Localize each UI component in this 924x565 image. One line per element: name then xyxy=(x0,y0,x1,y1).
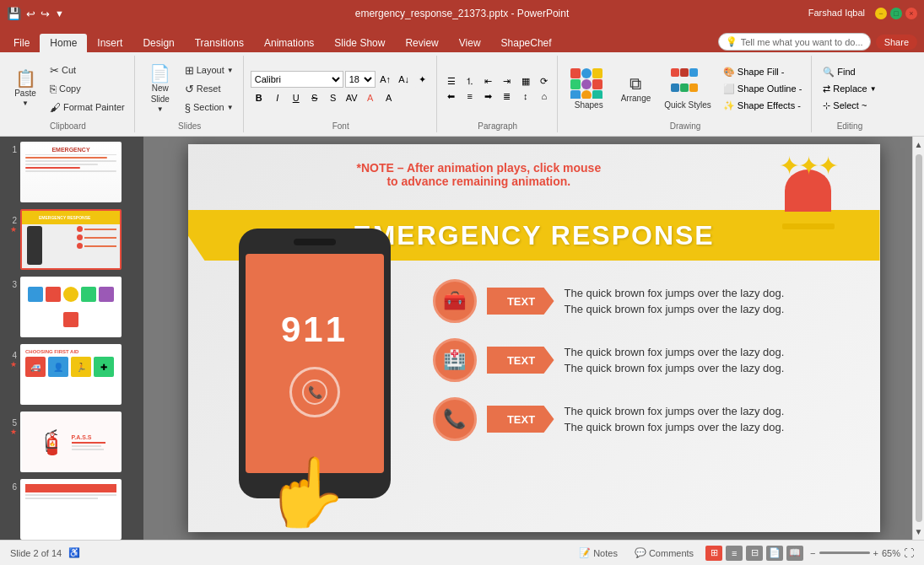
reading-view-button[interactable]: 📖 xyxy=(786,546,803,561)
decrease-indent-button[interactable]: ⇤ xyxy=(481,74,496,88)
numbering-button[interactable]: ⒈ xyxy=(462,74,478,88)
slide-thumb-6[interactable]: 6 xyxy=(3,477,140,540)
line-spacing-button[interactable]: ↕ xyxy=(518,89,533,103)
scroll-thumb[interactable] xyxy=(916,154,922,522)
view-icons: ⊞ ≡ ⊟ 📄 📖 xyxy=(705,546,803,561)
minimize-button[interactable]: − xyxy=(875,8,887,19)
text-direction-button[interactable]: ⟳ xyxy=(537,74,552,88)
arrow-shape-3: TEXT xyxy=(487,406,554,433)
font-increase-button[interactable]: A↑ xyxy=(377,71,394,88)
slide-thumbnail-6 xyxy=(20,479,122,540)
zoom-out-icon[interactable]: − xyxy=(810,548,815,558)
slide-thumb-5[interactable]: 5 ★ 🧯 P.A.S.S xyxy=(3,410,140,474)
align-left-button[interactable]: ⬅ xyxy=(444,89,459,103)
shadow-button[interactable]: S xyxy=(325,89,342,106)
comments-button[interactable]: 💬 Comments xyxy=(630,546,699,560)
paste-button[interactable]: 📋 Paste ▼ xyxy=(7,67,44,110)
save-icon[interactable]: 💾 xyxy=(7,7,21,20)
strikethrough-button[interactable]: S xyxy=(306,89,323,106)
shape-effects-button[interactable]: ✨ Shape Effects - xyxy=(719,98,806,114)
tab-shapechef[interactable]: ShapeChef xyxy=(491,34,562,52)
align-right-button[interactable]: ➡ xyxy=(481,89,496,103)
font-color-button[interactable]: A xyxy=(362,89,379,106)
format-painter-button[interactable]: 🖌 Format Painter xyxy=(46,99,129,116)
svg-text:📞: 📞 xyxy=(307,385,322,400)
font-decrease-button[interactable]: A↓ xyxy=(396,71,413,88)
tab-slideshow[interactable]: Slide Show xyxy=(324,34,395,52)
notes-page-button[interactable]: 📄 xyxy=(766,546,783,561)
customize-icon[interactable]: ▼ xyxy=(55,8,64,19)
tab-review[interactable]: Review xyxy=(395,34,448,52)
slide-panel[interactable]: 1 EMERGENCY 2 ★ xyxy=(0,137,143,540)
arrange-button[interactable]: ⧉ Arrange xyxy=(615,72,657,106)
shape-outline-button[interactable]: ⬜ Shape Outline - xyxy=(719,81,806,97)
tell-me-input[interactable]: 💡 Tell me what you want to do... xyxy=(718,33,871,51)
shapes-button[interactable]: Shapes xyxy=(565,65,613,113)
font-group: Calibri 18 A↑ A↓ ✦ B I U S S AV A xyxy=(246,56,437,132)
clipboard-content: 📋 Paste ▼ ✂ Cut ⎘ Copy 🖌 Format Painter xyxy=(7,57,129,120)
tab-view[interactable]: View xyxy=(449,34,491,52)
align-center-button[interactable]: ≡ xyxy=(462,89,478,103)
copy-button[interactable]: ⎘ Copy xyxy=(46,80,129,98)
maximize-button[interactable]: □ xyxy=(890,8,902,19)
layout-button[interactable]: ⊞ Layout ▼ xyxy=(181,62,238,79)
row3-icon: 📞 xyxy=(443,408,466,430)
highlight-color-button[interactable]: A xyxy=(381,89,397,106)
redo-icon[interactable]: ↪ xyxy=(41,8,50,20)
find-button[interactable]: 🔍 Find xyxy=(819,64,880,80)
scroll-up-arrow[interactable]: ▲ xyxy=(913,138,924,151)
underline-button[interactable]: U xyxy=(288,89,305,106)
quick-styles-button[interactable]: Quick Styles xyxy=(658,65,717,113)
char-spacing-button[interactable]: AV xyxy=(343,89,360,106)
slide-thumb-1[interactable]: 1 EMERGENCY xyxy=(3,140,140,204)
copy-label: Copy xyxy=(59,83,81,94)
tab-insert[interactable]: Insert xyxy=(87,34,132,52)
share-button[interactable]: Share xyxy=(876,35,917,50)
slide-thumb-4[interactable]: 4 ★ CHOOSING FIRST AID 🚑 👤 🏃 ✚ xyxy=(3,342,140,406)
font-size-select[interactable]: 18 xyxy=(345,71,376,88)
tab-home[interactable]: Home xyxy=(40,34,87,52)
tab-file[interactable]: File xyxy=(3,34,40,52)
notes-button[interactable]: 📝 Notes xyxy=(574,546,623,560)
undo-icon[interactable]: ↩ xyxy=(26,8,35,20)
normal-view-button[interactable]: ⊞ xyxy=(705,546,722,561)
increase-indent-button[interactable]: ⇥ xyxy=(500,74,515,88)
slide-sorter-button[interactable]: ⊟ xyxy=(746,546,763,561)
scroll-down-arrow[interactable]: ▼ xyxy=(913,525,924,538)
zoom-in-icon[interactable]: + xyxy=(873,548,878,558)
close-button[interactable]: × xyxy=(905,8,917,19)
slide-thumb-3[interactable]: 3 xyxy=(3,275,140,339)
shape-fill-button[interactable]: 🎨 Shape Fill - xyxy=(719,64,806,80)
new-slide-button[interactable]: 📄 New Slide ▼ xyxy=(142,62,179,116)
tab-animations[interactable]: Animations xyxy=(254,34,324,52)
select-button[interactable]: ⊹ Select ~ xyxy=(819,98,880,114)
fit-slide-button[interactable]: ⛶ xyxy=(904,547,914,559)
icon-circle-2: 🏥 xyxy=(433,338,477,382)
font-family-select[interactable]: Calibri xyxy=(251,71,343,88)
clear-format-button[interactable]: ✦ xyxy=(414,71,431,88)
convert-smartart-button[interactable]: ⌂ xyxy=(537,89,552,103)
justify-button[interactable]: ≣ xyxy=(500,89,515,103)
format-painter-icon: 🖌 xyxy=(50,101,61,114)
italic-button[interactable]: I xyxy=(269,89,286,106)
canvas-area[interactable]: *NOTE – After animation plays, click mou… xyxy=(143,137,924,540)
tab-design[interactable]: Design xyxy=(132,34,184,52)
tab-transitions[interactable]: Transitions xyxy=(185,34,254,52)
font-controls: Calibri 18 A↑ A↓ ✦ B I U S S AV A xyxy=(251,71,431,106)
lightbulb-icon: 💡 xyxy=(726,36,738,47)
replace-button[interactable]: ⇄ Replace ▼ xyxy=(819,81,880,97)
shape-effects-icon: ✨ xyxy=(723,100,735,111)
outline-view-button[interactable]: ≡ xyxy=(726,546,743,561)
bold-button[interactable]: B xyxy=(251,89,267,106)
cut-button[interactable]: ✂ Cut xyxy=(46,62,129,79)
section-button[interactable]: § Section ▼ xyxy=(181,99,238,116)
zoom-slider[interactable] xyxy=(819,552,870,554)
reset-label: Reset xyxy=(197,83,221,94)
slide-thumb-2[interactable]: 2 ★ EMERGENCY RESPONSE xyxy=(3,207,140,272)
vertical-scrollbar[interactable]: ▲ ▼ xyxy=(912,137,924,540)
columns-button[interactable]: ▦ xyxy=(518,74,533,88)
bullets-button[interactable]: ☰ xyxy=(444,74,459,88)
reset-button[interactable]: ↺ Reset xyxy=(181,80,238,98)
font-content: Calibri 18 A↑ A↓ ✦ B I U S S AV A xyxy=(251,57,431,120)
slide-number-6: 6 xyxy=(5,479,17,492)
